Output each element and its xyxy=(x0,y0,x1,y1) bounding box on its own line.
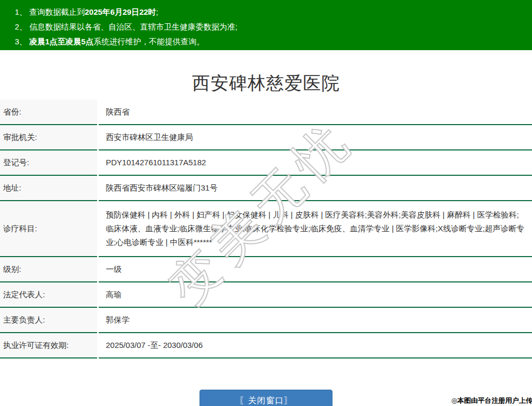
row-value: 西安市碑林区卫生健康局 xyxy=(98,125,532,150)
notice-text-bold: 2025年6月29日22时 xyxy=(85,7,156,16)
row-value: 高瑜 xyxy=(98,282,532,307)
row-label: 级别: xyxy=(0,257,98,282)
row-value: 陕西省 xyxy=(98,100,532,125)
row-label: 主要负责人: xyxy=(0,307,98,333)
table-row-legal-representative: 法定代表人: 高瑜 xyxy=(0,282,532,307)
notice-item-3: 3、 凌晨1点至凌晨5点系统进行维护，不能提供查询。 xyxy=(15,34,527,49)
row-label: 省份: xyxy=(0,100,98,125)
table-row-province: 省份: 陕西省 xyxy=(0,100,532,125)
notice-list: 1、 查询数据截止到2025年6月29日22时; 2、 信息数据结果以各省、自治… xyxy=(15,5,527,49)
table-row-registration-number: 登记号: PDY10142761011317A5182 xyxy=(0,150,532,175)
table-row-address: 地址: 陕西省西安市碑林区端履门31号 xyxy=(0,175,532,201)
table-row-level: 级别: 一级 xyxy=(0,257,532,282)
row-value: 2025/03/07 -至- 2030/03/06 xyxy=(98,333,532,358)
row-label: 诊疗科目: xyxy=(0,201,98,257)
notice-text: ; xyxy=(156,7,158,16)
row-value: 陕西省西安市碑林区端履门31号 xyxy=(98,175,532,201)
row-label: 法定代表人: xyxy=(0,282,98,307)
row-label: 登记号: xyxy=(0,150,98,175)
row-value: 一级 xyxy=(98,257,532,282)
notice-text: 2、 信息数据结果以各省、自治区、直辖市卫生健康委数据为准; xyxy=(15,22,238,31)
notice-item-1: 1、 查询数据截止到2025年6月29日22时; xyxy=(15,5,527,20)
row-value: PDY10142761011317A5182 xyxy=(98,150,532,175)
hospital-info-page: 1、 查询数据截止到2025年6月29日22时; 2、 信息数据结果以各省、自治… xyxy=(0,0,532,406)
notice-text: 1、 查询数据截止到 xyxy=(15,7,85,16)
row-value: 郭保学 xyxy=(98,307,532,333)
notice-text: 3、 xyxy=(15,37,30,46)
row-label: 审批机关: xyxy=(0,125,98,150)
notice-text-bold: 凌晨1点至凌晨5点 xyxy=(30,37,94,46)
row-label: 执业许可证有效期: xyxy=(0,333,98,358)
table-row-approval-authority: 审批机关: 西安市碑林区卫生健康局 xyxy=(0,125,532,150)
row-label: 地址: xyxy=(0,175,98,201)
notice-item-2: 2、 信息数据结果以各省、自治区、直辖市卫生健康委数据为准; xyxy=(15,20,527,34)
notice-text: 系统进行维护，不能提供查询。 xyxy=(93,37,204,46)
table-row-medical-departments: 诊疗科目: 预防保健科 | 内科 | 外科 | 妇产科 | 妇女保健科 | 儿科… xyxy=(0,201,532,257)
notice-bar: 1、 查询数据截止到2025年6月29日22时; 2、 信息数据结果以各省、自治… xyxy=(0,0,532,50)
table-row-main-person-in-charge: 主要负责人: 郭保学 xyxy=(0,307,532,333)
hospital-info-table: 省份: 陕西省 审批机关: 西安市碑林区卫生健康局 登记号: PDY101427… xyxy=(0,100,532,358)
close-window-button[interactable]: 〖关闭窗口〗 xyxy=(200,390,332,406)
page-title: 西安碑林慈爱医院 xyxy=(0,66,532,100)
corner-watermark-text: ◎本图由平台注册用户上传( xyxy=(451,396,532,405)
table-row-license-validity: 执业许可证有效期: 2025/03/07 -至- 2030/03/06 xyxy=(0,333,532,358)
row-value: 预防保健科 | 内科 | 外科 | 妇产科 | 妇女保健科 | 儿科 | 皮肤科… xyxy=(98,201,532,257)
